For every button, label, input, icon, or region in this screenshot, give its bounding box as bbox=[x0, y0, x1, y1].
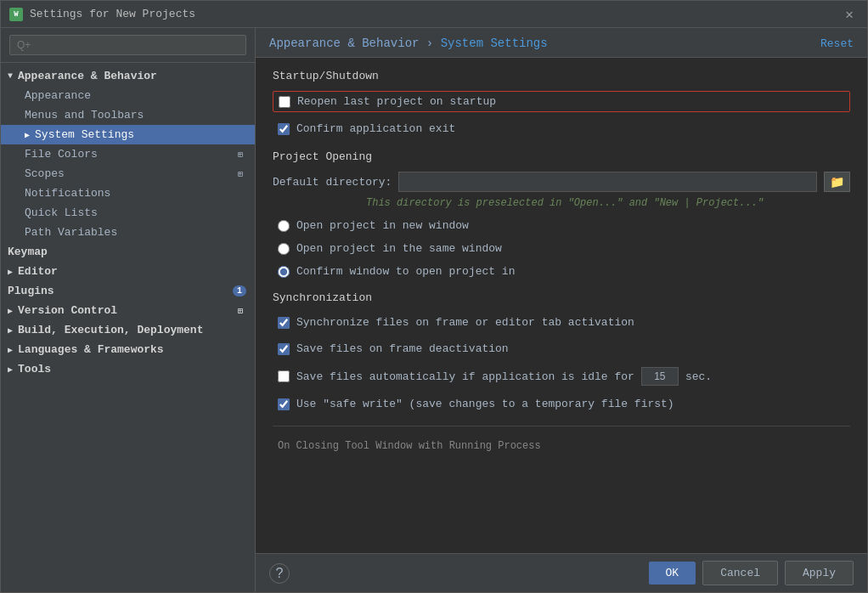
sidebar-item-label: Appearance & Behavior bbox=[18, 70, 157, 82]
sidebar-item-editor[interactable]: ▶ Editor bbox=[1, 262, 255, 281]
dir-label: Default directory: bbox=[273, 176, 392, 189]
titlebar: W Settings for New Projects ✕ bbox=[1, 1, 867, 28]
save-idle-checkbox[interactable] bbox=[278, 370, 290, 382]
sidebar-item-appearance[interactable]: Appearance bbox=[1, 86, 255, 105]
sidebar-item-label: Editor bbox=[18, 265, 58, 278]
breadcrumb-separator: › bbox=[426, 37, 441, 50]
main-content: ▼ Appearance & Behavior Appearance Menus… bbox=[1, 28, 867, 592]
open-same-window-row: Open project in the same window bbox=[273, 240, 850, 257]
sidebar-item-label: Version Control bbox=[18, 304, 117, 317]
app-icon: W bbox=[9, 8, 23, 21]
sidebar-item-menus-toolbars[interactable]: Menus and Toolbars bbox=[1, 105, 255, 125]
confirm-window-radio[interactable] bbox=[278, 266, 290, 278]
confirm-exit-row: Confirm application exit bbox=[273, 119, 850, 138]
reopen-project-row: Reopen last project on startup bbox=[273, 91, 850, 112]
reopen-project-checkbox[interactable] bbox=[279, 96, 290, 108]
panel-body: Startup/Shutdown Reopen last project on … bbox=[256, 58, 867, 553]
breadcrumb-part1: Appearance & Behavior bbox=[269, 37, 419, 50]
cancel-button[interactable]: Cancel bbox=[702, 561, 778, 585]
on-closing-section-title: On Closing Tool Window with Running Proc… bbox=[273, 433, 850, 459]
dir-hint: This directory is preselected in "Open..… bbox=[366, 197, 850, 209]
confirm-exit-label: Confirm application exit bbox=[296, 122, 455, 135]
sync-files-row: Synchronize files on frame or editor tab… bbox=[273, 313, 850, 332]
chevron-right-icon: ▶ bbox=[25, 130, 30, 140]
sidebar-item-label: Appearance bbox=[25, 89, 91, 102]
file-icon: ⊞ bbox=[234, 149, 246, 161]
chevron-down-icon: ▼ bbox=[8, 71, 13, 81]
save-deactivation-checkbox[interactable] bbox=[278, 343, 290, 355]
plugins-badge: 1 bbox=[233, 285, 246, 296]
sidebar: ▼ Appearance & Behavior Appearance Menus… bbox=[1, 28, 256, 592]
sync-files-label: Synchronize files on frame or editor tab… bbox=[296, 316, 634, 329]
safe-write-checkbox[interactable] bbox=[278, 398, 290, 410]
sidebar-item-build-execution[interactable]: ▶ Build, Execution, Deployment bbox=[1, 320, 255, 340]
breadcrumb-part2: System Settings bbox=[441, 37, 548, 50]
sidebar-item-label: File Colors bbox=[25, 148, 98, 161]
sidebar-item-version-control[interactable]: ▶ Version Control ⊞ bbox=[1, 301, 255, 320]
chevron-right-icon: ▶ bbox=[8, 306, 13, 316]
sidebar-item-notifications[interactable]: Notifications bbox=[1, 184, 255, 203]
right-panel: Appearance & Behavior › System Settings … bbox=[256, 28, 867, 592]
save-deactivation-row: Save files on frame deactivation bbox=[273, 339, 850, 359]
open-new-window-radio[interactable] bbox=[278, 220, 290, 232]
sidebar-item-path-variables[interactable]: Path Variables bbox=[1, 223, 255, 242]
confirm-exit-checkbox[interactable] bbox=[278, 123, 290, 135]
sync-files-checkbox[interactable] bbox=[278, 317, 290, 329]
sidebar-item-label: System Settings bbox=[35, 128, 134, 141]
chevron-right-icon: ▶ bbox=[8, 325, 13, 336]
sidebar-item-languages-frameworks[interactable]: ▶ Languages & Frameworks bbox=[1, 340, 255, 359]
app-icon-text: W bbox=[14, 10, 18, 19]
open-same-window-radio[interactable] bbox=[278, 243, 290, 255]
sidebar-item-label: Plugins bbox=[8, 285, 54, 297]
panel-header: Appearance & Behavior › System Settings … bbox=[256, 28, 867, 58]
idle-seconds-input[interactable] bbox=[641, 367, 679, 386]
sidebar-item-scopes[interactable]: Scopes ⊞ bbox=[1, 164, 255, 184]
open-new-window-label: Open project in new window bbox=[296, 219, 469, 232]
reopen-project-label: Reopen last project on startup bbox=[297, 95, 496, 108]
breadcrumb: Appearance & Behavior › System Settings bbox=[269, 37, 548, 50]
sidebar-item-file-colors[interactable]: File Colors ⊞ bbox=[1, 144, 255, 164]
reset-button[interactable]: Reset bbox=[820, 37, 854, 50]
open-same-window-label: Open project in the same window bbox=[296, 242, 502, 255]
sidebar-item-label: Notifications bbox=[25, 187, 110, 200]
sync-divider: Synchronization bbox=[273, 291, 850, 304]
close-button[interactable]: ✕ bbox=[840, 4, 859, 25]
open-new-window-row: Open project in new window bbox=[273, 217, 850, 234]
sidebar-item-keymap[interactable]: Keymap bbox=[1, 242, 255, 262]
default-directory-row: Default directory: 📁 bbox=[273, 172, 850, 192]
idle-unit-label: sec. bbox=[685, 370, 712, 383]
confirm-window-row: Confirm window to open project in bbox=[273, 263, 850, 280]
sidebar-item-quick-lists[interactable]: Quick Lists bbox=[1, 203, 255, 223]
save-deactivation-label: Save files on frame deactivation bbox=[296, 342, 509, 355]
dir-browse-button[interactable]: 📁 bbox=[824, 172, 850, 192]
sidebar-item-plugins[interactable]: Plugins 1 bbox=[1, 281, 255, 301]
window-title: Settings for New Projects bbox=[30, 8, 840, 20]
search-input[interactable] bbox=[9, 35, 246, 55]
chevron-right-icon: ▶ bbox=[8, 345, 13, 355]
vcs-icon: ⊞ bbox=[234, 305, 246, 317]
sidebar-item-label: Scopes bbox=[25, 167, 65, 180]
safe-write-label: Use "safe write" (save changes to a temp… bbox=[296, 398, 674, 410]
sidebar-item-label: Quick Lists bbox=[25, 206, 98, 219]
sidebar-item-label: Build, Execution, Deployment bbox=[18, 324, 203, 336]
confirm-window-label: Confirm window to open project in bbox=[296, 265, 515, 278]
save-idle-label: Save files automatically if application … bbox=[296, 370, 634, 383]
chevron-right-icon: ▶ bbox=[8, 267, 13, 277]
sync-title: Synchronization bbox=[273, 291, 850, 304]
sidebar-item-tools[interactable]: ▶ Tools bbox=[1, 359, 255, 379]
sidebar-item-label: Menus and Toolbars bbox=[25, 109, 144, 121]
sidebar-item-label: Languages & Frameworks bbox=[18, 343, 164, 356]
project-opening-divider: Project Opening bbox=[273, 150, 850, 163]
save-idle-row: Save files automatically if application … bbox=[273, 365, 850, 387]
file-icon: ⊞ bbox=[234, 168, 246, 180]
apply-button[interactable]: Apply bbox=[785, 561, 854, 585]
project-opening-title: Project Opening bbox=[273, 150, 850, 163]
sidebar-item-system-settings[interactable]: ▶ System Settings bbox=[1, 125, 255, 144]
search-box bbox=[1, 28, 255, 63]
dir-input[interactable] bbox=[398, 172, 817, 192]
chevron-right-icon: ▶ bbox=[8, 364, 13, 375]
ok-button[interactable]: OK bbox=[649, 562, 696, 585]
safe-write-row: Use "safe write" (save changes to a temp… bbox=[273, 394, 850, 414]
sidebar-item-appearance-behavior[interactable]: ▼ Appearance & Behavior bbox=[1, 66, 255, 86]
help-button[interactable]: ? bbox=[269, 563, 290, 584]
